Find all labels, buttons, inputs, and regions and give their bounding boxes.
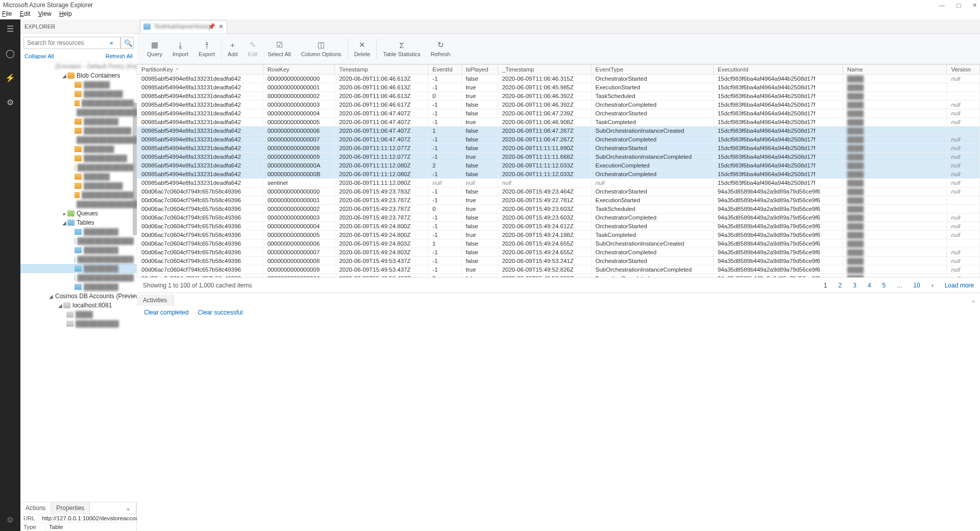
col-ExecutionId[interactable]: ExecutionId xyxy=(713,65,843,75)
search-button[interactable]: 🔍 xyxy=(120,37,134,49)
table-row[interactable]: 00985abf54994e8fa133231deadfa64200000000… xyxy=(137,75,980,83)
caret-icon[interactable]: ◢ xyxy=(61,220,67,226)
tree-blob-item[interactable]: ████████████ xyxy=(82,100,134,107)
col-IsPlayed[interactable]: IsPlayed xyxy=(461,65,498,75)
page-2[interactable]: 2 xyxy=(839,282,842,289)
tree-blob-item[interactable]: █████████ xyxy=(84,182,123,189)
table-row[interactable]: 00d06ac7c0604cf794fc657b58c4939600000000… xyxy=(137,248,980,257)
tree-blob-item[interactable]: ████████ xyxy=(84,118,118,125)
tree-blob-item[interactable]: █████████████ xyxy=(77,164,134,171)
table-row[interactable]: 00d06ac7c0604cf794fc657b58c4939600000000… xyxy=(137,187,980,196)
feedback-icon[interactable]: ☺ xyxy=(4,514,16,526)
tree-emulator[interactable]: (Emulator - Default Ports) (Key) xyxy=(55,63,137,70)
data-table[interactable]: PartitionKey^RowKeyTimestampEventIdIsPla… xyxy=(137,64,980,277)
tree-blob-item[interactable]: ███████████ xyxy=(84,127,132,134)
table-row[interactable]: 00985abf54994e8fa133231deadfa64200000000… xyxy=(137,127,980,135)
table-row[interactable]: 00985abf54994e8fa133231deadfa64200000000… xyxy=(137,161,980,170)
table-row[interactable]: 00985abf54994e8fa133231deadfa64200000000… xyxy=(137,101,980,109)
tree-table-item[interactable]: █████████████ xyxy=(77,256,134,263)
tree-blob-item[interactable]: ██████████████ xyxy=(77,136,137,143)
tree-blob-containers[interactable]: Blob Containers xyxy=(77,72,120,79)
minimize-icon[interactable]: — xyxy=(939,2,945,9)
table-row[interactable]: 00d06ac7c0604cf794fc657b58c4939600000000… xyxy=(137,231,980,239)
table-row[interactable]: 00d06ac7c0604cf794fc657b58c4939600000000… xyxy=(137,257,980,266)
export-button[interactable]: ⭱Export xyxy=(193,36,220,62)
tree-blob-item[interactable]: ███████████████ xyxy=(77,201,137,208)
page-next[interactable]: › xyxy=(932,282,934,289)
table-row[interactable]: 00985abf54994e8fa133231deadfa64200000000… xyxy=(137,109,980,118)
tree-cosmos[interactable]: Cosmos DB Accounts (Preview) xyxy=(55,293,137,300)
table-row[interactable]: 00985abf54994e8fa133231deadfa64200000000… xyxy=(137,83,980,92)
caret-icon[interactable]: ◢ xyxy=(49,294,53,299)
tree-blob-item[interactable]: ███████ xyxy=(84,146,114,153)
page-10[interactable]: 10 xyxy=(913,282,920,289)
settings-icon[interactable]: ⚙ xyxy=(4,96,16,108)
import-button[interactable]: ⭳Import xyxy=(167,36,193,62)
tree-table-item[interactable]: ████████ xyxy=(84,283,118,291)
table-row[interactable]: 00985abf54994e8fa133231deadfa642sentinel… xyxy=(137,179,980,187)
tab-close-icon[interactable]: ✕ xyxy=(218,23,224,30)
tree-table-item[interactable]: ████████ xyxy=(84,265,118,272)
select-all-button[interactable]: ☑Select All xyxy=(263,36,296,62)
column-options-button[interactable]: ◫Column Options xyxy=(296,36,347,62)
dropdown-icon[interactable]: ⌄ xyxy=(126,504,131,512)
account-icon[interactable]: ◯ xyxy=(4,47,16,59)
tree-queues[interactable]: Queues xyxy=(77,210,98,217)
table-stats-button[interactable]: ΣTable Statistics xyxy=(378,36,425,62)
table-row[interactable]: 00985abf54994e8fa133231deadfa64200000000… xyxy=(137,92,980,101)
col-Version[interactable]: Version xyxy=(947,65,980,75)
menu-help[interactable]: Help xyxy=(59,10,72,17)
tab-actions[interactable]: Actions xyxy=(20,502,51,514)
table-row[interactable]: 00d06ac7c0604cf794fc657b58c4939600000000… xyxy=(137,266,980,274)
tree-table-item[interactable]: ████████ xyxy=(84,228,118,235)
tree-blob-item[interactable]: ██████ xyxy=(84,173,110,180)
clear-search-icon[interactable]: × xyxy=(109,39,113,47)
table-row[interactable]: 00985abf54994e8fa133231deadfa64200000000… xyxy=(137,170,980,179)
tree-tables[interactable]: Tables xyxy=(77,219,94,226)
toggle-explorer-icon[interactable]: ☰ xyxy=(4,22,16,35)
col-RowKey[interactable]: RowKey xyxy=(263,65,334,75)
menu-edit[interactable]: Edit xyxy=(20,10,31,17)
page-...[interactable]: ... xyxy=(897,282,902,289)
page-1[interactable]: 1 xyxy=(824,282,827,289)
clear-completed-link[interactable]: Clear completed xyxy=(144,309,188,316)
table-row[interactable]: 00985abf54994e8fa133231deadfa64200000000… xyxy=(137,118,980,127)
page-3[interactable]: 3 xyxy=(853,282,856,289)
table-row[interactable]: 00d06ac7c0604cf794fc657b58c4939600000000… xyxy=(137,274,980,278)
menu-view[interactable]: View xyxy=(38,10,52,17)
search-input[interactable] xyxy=(23,37,120,49)
tree-cosmos-host[interactable]: localhost:8081 xyxy=(72,302,112,309)
tree-table-item[interactable]: █████████████ xyxy=(77,237,134,245)
tree-blob-item[interactable]: █████████ xyxy=(84,90,123,98)
caret-icon[interactable]: ◢ xyxy=(57,303,63,308)
col-EventId[interactable]: EventId xyxy=(428,65,461,75)
close-icon[interactable]: ✕ xyxy=(972,2,977,9)
collapse-all-link[interactable]: Collapse All xyxy=(24,53,54,59)
tree-table-item[interactable]: ████████ xyxy=(84,247,118,254)
menu-file[interactable]: File xyxy=(2,10,12,17)
clear-successful-link[interactable]: Clear successful xyxy=(198,309,242,316)
table-row[interactable]: 00d06ac7c0604cf794fc657b58c4939600000000… xyxy=(137,213,980,222)
add-button[interactable]: ＋Add xyxy=(223,36,243,62)
tree-cosmos-child[interactable]: ██████████ xyxy=(76,320,119,327)
col-EventType[interactable]: EventType xyxy=(591,65,713,75)
tree-blob-item[interactable]: ██████ xyxy=(84,81,110,88)
query-button[interactable]: ▦Query xyxy=(142,36,167,62)
col-PartitionKey[interactable]: PartitionKey^ xyxy=(137,65,263,75)
tab-properties[interactable]: Properties xyxy=(51,502,90,514)
delete-button[interactable]: ✕Delete xyxy=(349,36,376,62)
col-_Timestamp[interactable]: _Timestamp xyxy=(498,65,591,75)
page-4[interactable]: 4 xyxy=(868,282,871,289)
tree-cosmos-child[interactable]: ████ xyxy=(76,311,93,318)
table-row[interactable]: 00d06ac7c0604cf794fc657b58c4939600000000… xyxy=(137,196,980,205)
table-row[interactable]: 00d06ac7c0604cf794fc657b58c4939600000000… xyxy=(137,222,980,231)
tree-blob-item[interactable]: ██████████ xyxy=(84,155,127,162)
table-row[interactable]: 00d06ac7c0604cf794fc657b58c4939600000000… xyxy=(137,205,980,213)
table-row[interactable]: 00985abf54994e8fa133231deadfa64200000000… xyxy=(137,153,980,161)
table-row[interactable]: 00985abf54994e8fa133231deadfa64200000000… xyxy=(137,135,980,144)
page-5[interactable]: 5 xyxy=(883,282,886,289)
document-tab[interactable]: TestHubNameHistory 📌 ✕ xyxy=(140,20,227,33)
caret-icon[interactable]: ◢ xyxy=(61,73,67,79)
col-Timestamp[interactable]: Timestamp xyxy=(335,65,428,75)
table-row[interactable]: 00985abf54994e8fa133231deadfa64200000000… xyxy=(137,144,980,153)
